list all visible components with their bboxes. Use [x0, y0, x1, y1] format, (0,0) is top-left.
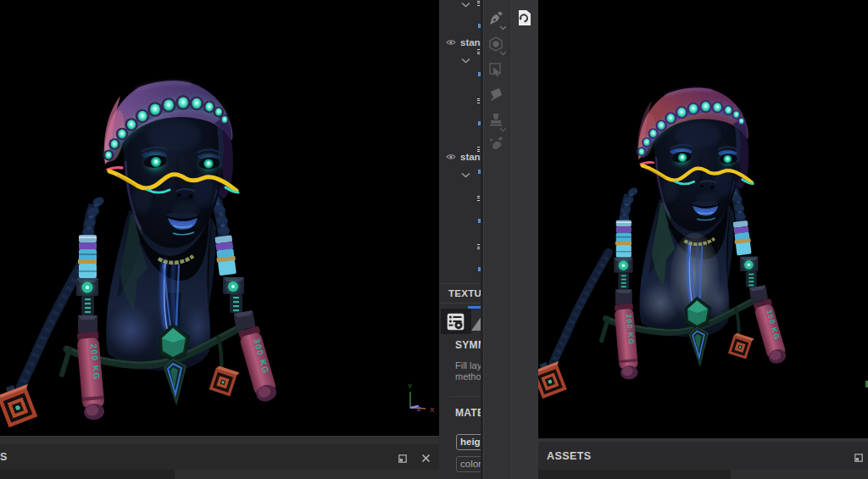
svg-text:Y: Y	[408, 382, 413, 390]
svg-text:X: X	[430, 406, 435, 414]
svg-text:Z: Z	[417, 405, 421, 413]
